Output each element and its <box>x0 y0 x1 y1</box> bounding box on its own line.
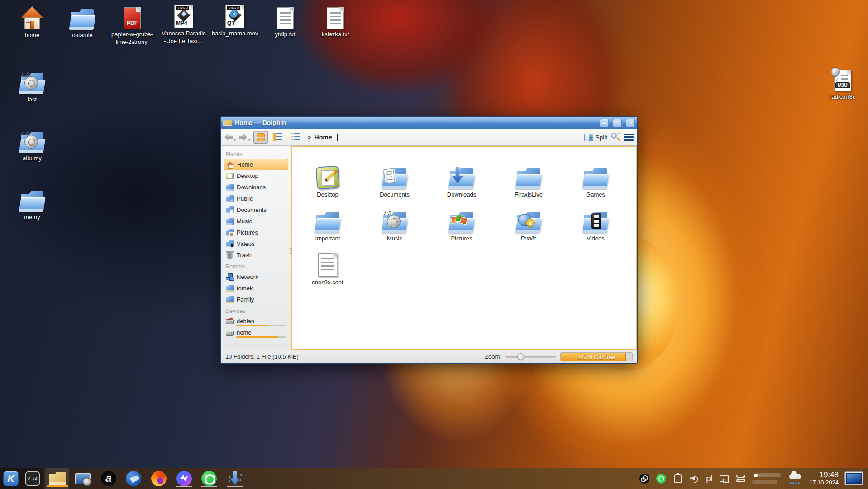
weather-tray-item[interactable] <box>788 473 802 484</box>
dolphin-task[interactable] <box>48 470 67 487</box>
messenger-task[interactable] <box>175 470 193 487</box>
sidebar-item-desktop[interactable]: Desktop <box>224 170 288 182</box>
sidebar-item-family[interactable]: Family <box>224 294 288 305</box>
section-title-places: Places <box>224 149 288 159</box>
indicator-bars-widget <box>752 472 782 485</box>
konsole-launcher[interactable]: #-]$ <box>24 470 42 487</box>
menu-button[interactable] <box>624 133 634 141</box>
sidebar-item-tomek[interactable]: tomek <box>224 283 288 294</box>
search-button[interactable]: ✦ <box>610 132 621 143</box>
file-desktop[interactable]: Desktop <box>294 154 361 198</box>
sidebar-item-debian[interactable]: debian <box>224 316 288 327</box>
file-documents[interactable]: Documents <box>361 154 428 198</box>
app-launcher-button[interactable]: K <box>2 470 20 487</box>
rain-cloud-icon <box>788 473 802 484</box>
sidebar-item-home[interactable]: Home <box>224 159 288 170</box>
whatsapp-tray-item[interactable] <box>656 473 667 484</box>
slider-knob[interactable] <box>517 353 524 360</box>
status-summary: 10 Folders, 1 File (10.5 KiB) <box>225 353 299 360</box>
desktop-icon-label: last <box>9 96 56 104</box>
speaker-icon <box>690 475 700 483</box>
desktop-icon-mp4[interactable]: VIDEOMP4 Vanessa Paradis - Joe Le Taxi..… <box>160 1 207 45</box>
media-pills-icon <box>736 474 745 483</box>
messenger-icon <box>176 471 192 486</box>
compact-view-icon <box>273 133 282 141</box>
desktop-icon-albumy[interactable]: ♪♫ albumy <box>9 126 56 163</box>
sidebar-item-documents[interactable]: Documents <box>224 204 288 216</box>
sidebar-item-device-home[interactable]: home <box>224 327 288 338</box>
desktop-icon-home[interactable]: home <box>9 3 56 39</box>
digital-clock[interactable]: 19:48 17.10.2024 <box>809 470 839 486</box>
desktop-icon-label: basia_mama.mov <box>211 30 258 38</box>
file-snes9x-conf[interactable]: snes9x.conf <box>294 242 361 286</box>
desktop-icon-radio-m3u[interactable]: ♪M3U radio.m3u <box>819 64 866 101</box>
folder-icon <box>515 167 542 189</box>
compact-view-button[interactable] <box>271 131 285 144</box>
keyboard-layout-indicator[interactable]: pl <box>706 473 713 484</box>
section-title-remote: Remote <box>224 261 288 271</box>
download-manager-task[interactable] <box>226 470 244 487</box>
volume-tray-item[interactable] <box>689 473 700 484</box>
sidebar-item-downloads[interactable]: Downloads <box>224 182 288 193</box>
file-view[interactable]: Desktop Documents Downloads FiraxisLive … <box>291 146 637 350</box>
desktop-icon-last[interactable]: ♪♫ last <box>9 67 56 104</box>
whatsapp-icon <box>201 471 217 486</box>
desktop-icon-mov[interactable]: VIDEOQT basia_mama.mov <box>211 1 258 38</box>
desktop-icon-ksiazka[interactable]: ksiazka.txt <box>312 2 359 38</box>
desktop-icon-ytdlp[interactable]: ytdlp.txt <box>262 2 309 38</box>
zoom-label: Zoom: <box>485 353 501 360</box>
breadcrumb-arrow-icon: > <box>308 134 311 141</box>
public-folder-icon <box>515 211 542 233</box>
thunderbird-launcher[interactable] <box>124 470 143 487</box>
text-file-icon <box>277 7 294 29</box>
file-music[interactable]: ♪♫ Music <box>361 198 428 242</box>
sidebar-item-trash[interactable]: Trash <box>224 249 288 261</box>
desktop-icon-ostatnie[interactable]: ostatnie <box>59 3 106 39</box>
close-button[interactable]: × <box>626 119 635 127</box>
breadcrumb[interactable]: > Home <box>308 134 338 141</box>
maximize-button[interactable]: □ <box>613 119 622 127</box>
icons-view-button[interactable] <box>253 131 268 144</box>
a-app-launcher[interactable]: a <box>100 470 118 487</box>
panel-splitter-handle[interactable] <box>290 248 291 258</box>
steam-tray-item[interactable] <box>639 473 650 484</box>
file-games[interactable]: Games <box>562 154 629 198</box>
music-folder-icon <box>226 218 234 225</box>
clock-time: 19:48 <box>809 470 839 479</box>
sidebar-item-network[interactable]: Network <box>224 271 288 283</box>
titlebar[interactable]: Home — Dolphin – □ × <box>221 117 637 129</box>
whatsapp-task[interactable] <box>200 470 218 487</box>
split-button[interactable]: Split <box>584 134 607 141</box>
sidebar-item-pictures[interactable]: Pictures <box>224 227 288 238</box>
sidebar-item-public[interactable]: Public <box>224 193 288 204</box>
file-videos[interactable]: Videos <box>562 198 629 242</box>
desktop-icon-label: ytdlp.txt <box>262 31 309 38</box>
house-icon <box>21 6 43 30</box>
display-tray-item[interactable] <box>719 473 730 484</box>
breadcrumb-home[interactable]: Home <box>315 134 332 141</box>
music-folder-icon: ♪♫ <box>19 72 45 94</box>
firefox-icon <box>151 471 167 486</box>
hard-drive-icon <box>226 319 234 324</box>
file-pictures[interactable]: Pictures <box>428 198 495 242</box>
desktop-wallpaper: home ostatnie PDF papier-w-gruba-linie-2… <box>0 0 868 489</box>
file-firaxislive[interactable]: FiraxisLive <box>495 154 562 198</box>
sidebar-item-music[interactable]: Music <box>224 216 288 227</box>
back-button[interactable] <box>224 132 236 142</box>
file-public[interactable]: Public <box>495 198 562 242</box>
media-tray-item[interactable] <box>735 473 746 484</box>
forward-button[interactable] <box>239 132 251 142</box>
firefox-launcher[interactable] <box>150 470 168 487</box>
file-downloads[interactable]: Downloads <box>428 154 495 198</box>
hard-drive-icon <box>226 331 234 336</box>
clipboard-tray-item[interactable] <box>672 473 683 484</box>
minimize-button[interactable]: – <box>600 119 609 127</box>
desktop-pager[interactable] <box>844 471 863 485</box>
file-important[interactable]: Important <box>294 198 361 242</box>
zoom-slider[interactable] <box>505 353 556 360</box>
desktop-icon-pdf[interactable]: PDF papier-w-gruba-linie-2strony. <box>109 2 156 46</box>
sidebar-item-videos[interactable]: Videos <box>224 238 288 249</box>
details-view-button[interactable] <box>288 131 302 144</box>
spectacle-launcher[interactable] <box>74 470 92 487</box>
desktop-icon-memy[interactable]: memy <box>9 185 56 221</box>
